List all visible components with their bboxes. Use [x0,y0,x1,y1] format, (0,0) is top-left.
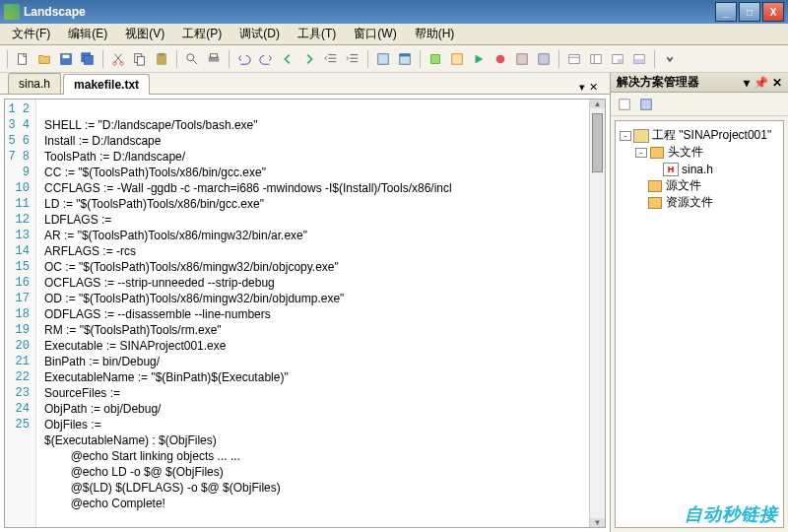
menubar: 文件(F) 编辑(E) 视图(V) 工程(P) 调试(D) 工具(T) 窗口(W… [0,24,788,45]
window1-icon[interactable] [373,49,393,69]
svg-rect-2 [63,54,70,58]
folder-icon [649,146,665,160]
svg-rect-18 [452,53,463,64]
svg-rect-27 [634,59,645,63]
copy-icon[interactable] [130,49,150,69]
debug-icon[interactable] [491,49,510,69]
window2-icon[interactable] [395,49,415,69]
tree-project-root[interactable]: - 工程 "SINAProject001" [620,127,779,144]
menu-window[interactable]: 窗口(W) [346,24,404,44]
panel-pin-icon[interactable]: 📌 [754,76,768,90]
open-icon[interactable] [34,49,54,69]
collapse-icon[interactable]: - [635,148,647,158]
project-icon [633,129,649,143]
svg-rect-29 [641,99,652,109]
find-icon[interactable] [182,49,202,69]
tab-makefile[interactable]: makefile.txt [63,74,150,95]
tool1-icon[interactable] [512,49,532,69]
toolbar [0,45,788,73]
svg-rect-10 [159,52,164,55]
svg-rect-13 [211,53,218,57]
nav-forward-icon[interactable] [299,49,319,69]
tree-headers-folder[interactable]: - 头文件 [635,144,779,161]
build-icon[interactable] [426,49,445,69]
header-file-icon: H [663,163,679,176]
panel4-icon[interactable] [629,49,649,69]
menu-file[interactable]: 文件(F) [4,24,58,44]
save-all-icon[interactable] [78,49,98,69]
minimize-button[interactable]: _ [715,2,737,22]
svg-rect-25 [618,59,623,63]
tree-sources-folder[interactable]: 源文件 [635,177,779,194]
print-icon[interactable] [204,49,224,69]
svg-rect-8 [137,56,144,65]
new-file-icon[interactable] [13,49,33,69]
svg-point-11 [187,53,194,60]
cut-icon[interactable] [108,49,128,69]
tab-close-icon[interactable]: ✕ [589,81,598,94]
tool2-icon[interactable] [534,49,554,69]
nav-back-icon[interactable] [278,49,297,69]
menu-project[interactable]: 工程(P) [174,24,230,44]
solution-title-bar: 解决方案管理器 ▾ 📌 ✕ [611,73,788,93]
svg-rect-28 [620,99,630,109]
panel-close-icon[interactable]: ✕ [772,76,782,90]
tab-dropdown-icon[interactable]: ▾ [579,81,585,94]
menu-help[interactable]: 帮助(H) [407,24,463,44]
menu-debug[interactable]: 调试(D) [231,24,288,44]
indent-icon[interactable] [343,49,362,69]
sol-tool1-icon[interactable] [615,95,634,114]
outdent-icon[interactable] [321,49,341,69]
folder-icon [647,179,663,193]
panel3-icon[interactable] [608,49,627,69]
menu-tools[interactable]: 工具(T) [290,24,344,44]
app-icon [4,4,20,20]
tree-resources-folder[interactable]: 资源文件 [635,194,779,211]
paste-icon[interactable] [152,49,171,69]
folder-icon [647,196,663,210]
svg-rect-23 [591,54,602,63]
window-title: Landscape [24,5,713,19]
maximize-button[interactable]: □ [739,2,760,22]
solution-explorer: 解决方案管理器 ▾ 📌 ✕ - 工程 "SINAProject001" - 头文… [611,73,788,532]
code-editor[interactable]: SHELL := "D:/landscape/Tools/bash.exe"In… [36,100,589,527]
collapse-icon[interactable]: - [620,131,631,141]
svg-rect-16 [400,53,411,56]
panel2-icon[interactable] [586,49,606,69]
solution-toolbar [611,93,788,116]
editor-panel: sina.h makefile.txt ▾ ✕ 1 2 3 4 5 6 7 8 … [0,73,611,532]
menu-view[interactable]: 视图(V) [117,24,172,44]
close-button[interactable]: X [762,2,784,22]
compile-icon[interactable] [447,49,467,69]
svg-rect-21 [539,53,550,64]
line-gutter: 1 2 3 4 5 6 7 8 9 10 11 12 13 14 15 16 1… [5,100,36,527]
redo-icon[interactable] [256,49,276,69]
run-icon[interactable] [469,49,489,69]
save-icon[interactable] [56,49,76,69]
svg-rect-20 [517,53,528,64]
svg-rect-0 [19,53,27,64]
tab-strip: sina.h makefile.txt ▾ ✕ [0,73,610,95]
watermark: 自动秒链接 [685,502,778,526]
vertical-scrollbar[interactable] [589,100,605,527]
project-label: 工程 "SINAProject001" [652,127,771,144]
solution-title: 解决方案管理器 [617,74,699,91]
panel1-icon[interactable] [564,49,584,69]
svg-rect-17 [431,54,440,63]
toggle-icon[interactable] [660,49,680,69]
svg-point-19 [496,54,505,63]
svg-rect-22 [569,54,580,63]
svg-rect-4 [85,55,94,64]
tree-file-sina-h[interactable]: H sina.h [651,161,779,177]
menu-edit[interactable]: 编辑(E) [60,24,115,44]
tab-sina-h[interactable]: sina.h [8,73,61,94]
solution-tree[interactable]: - 工程 "SINAProject001" - 头文件 H sina.h [615,120,784,528]
panel-dropdown-icon[interactable]: ▾ [744,76,750,90]
svg-rect-14 [378,53,389,64]
undo-icon[interactable] [234,49,254,69]
titlebar: Landscape _ □ X [0,0,788,24]
sol-tool2-icon[interactable] [636,95,656,114]
